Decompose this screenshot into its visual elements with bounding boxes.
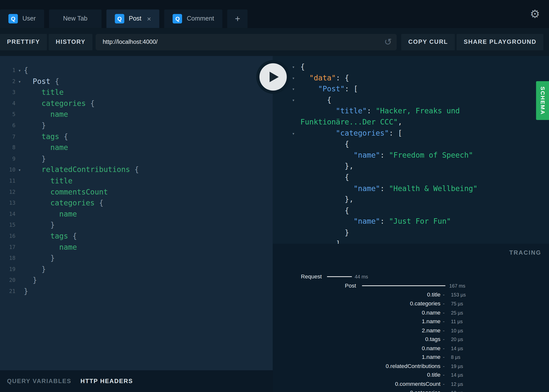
code-text: } [24, 286, 28, 297]
trace-duration: 153 µs [451, 291, 466, 299]
token: }, [301, 162, 354, 171]
tracing-row: 2.name-10 µs [273, 327, 549, 334]
token [24, 132, 41, 141]
token: } [24, 254, 55, 262]
code-line: Funktionäre...Der CCC", [301, 117, 549, 128]
endpoint-url-input[interactable] [103, 38, 384, 45]
token [301, 107, 336, 115]
tracing-row: 0.categories-13 µs [273, 389, 549, 392]
token: name [59, 210, 77, 218]
bottom-bar: QUERY VARIABLES HTTP HEADERS [0, 370, 273, 392]
fold-arrow-icon[interactable]: ▾ [292, 73, 298, 84]
fold-arrow-icon[interactable]: ▾ [292, 95, 298, 106]
code-text: "categories": [ [301, 128, 402, 139]
settings-gear-icon[interactable]: ⚙ [530, 8, 540, 20]
trace-dash: - [443, 389, 445, 392]
fold-arrow-icon[interactable]: ▾ [15, 65, 24, 76]
trace-label: Post [345, 282, 356, 290]
token: { [24, 66, 28, 74]
prettify-button[interactable]: PRETTIFY [0, 34, 47, 50]
trace-duration: 75 µs [451, 300, 463, 307]
code-text: name [24, 142, 68, 153]
code-line: ▾ { [301, 95, 549, 106]
token [301, 129, 336, 137]
tab-post[interactable]: QPost× [106, 9, 159, 28]
token: categories [42, 99, 86, 108]
fold-arrow-icon[interactable]: ▾ [15, 165, 24, 176]
code-line: 21} [0, 286, 273, 297]
token: title [50, 177, 72, 185]
token: { [301, 173, 349, 181]
code-text: tags { [24, 231, 77, 242]
trace-label: 1.name [422, 353, 440, 361]
trace-dash: - [443, 380, 445, 388]
fold-arrow-icon[interactable]: ▾ [292, 62, 298, 73]
code-text: { [301, 139, 349, 150]
token [301, 217, 354, 226]
token: : [ [389, 129, 402, 137]
fold-arrow-icon[interactable]: ▾ [15, 76, 24, 87]
trace-label: 0.categories [410, 389, 440, 392]
trace-duration: 13 µs [451, 389, 463, 392]
token: "name" [354, 151, 380, 159]
tab-comment[interactable]: QComment [164, 9, 222, 28]
fold-arrow-icon [15, 242, 24, 253]
history-button[interactable]: HISTORY [49, 34, 93, 50]
code-line: 4 categories { [0, 98, 273, 109]
execute-query-button[interactable] [256, 60, 290, 94]
token [24, 166, 41, 174]
trace-dash: - [443, 318, 445, 325]
code-line: ▾ "categories": [ [301, 128, 549, 139]
trace-label: 2.name [422, 327, 440, 334]
query-variables-tab[interactable]: QUERY VARIABLES [7, 378, 71, 385]
add-tab-button[interactable]: + [227, 9, 248, 28]
code-text: { [301, 95, 331, 106]
graphql-playground-window: QUserNew TabQPost×QComment + ⚙ PRETTIFY … [0, 0, 549, 392]
schema-tab[interactable]: SCHEMA [536, 81, 549, 120]
code-line: 8 name [0, 142, 273, 153]
token: { [50, 77, 59, 86]
share-playground-button[interactable]: SHARE PLAYGROUND [457, 34, 544, 50]
token: } [24, 265, 46, 273]
token: "name" [354, 217, 380, 226]
token: "Freedom of Speech" [389, 151, 473, 159]
line-number: 18 [0, 253, 15, 264]
http-headers-tab[interactable]: HTTP HEADERS [81, 378, 133, 385]
reload-icon[interactable]: ↺ [384, 37, 392, 47]
schema-tab-label: SCHEMA [539, 86, 546, 115]
code-line: { [301, 172, 549, 183]
token: } [24, 221, 55, 229]
close-icon[interactable]: × [147, 15, 151, 22]
response-viewer: ▾{▾ "data": {▾ "Post": [▾ { "title": "Ha… [273, 56, 549, 244]
token: { [68, 232, 77, 240]
code-text: ], [301, 238, 345, 244]
copy-curl-button[interactable]: COPY CURL [401, 34, 455, 50]
token: { [301, 140, 349, 148]
token: { [301, 96, 331, 104]
tab-user[interactable]: QUser [0, 9, 44, 28]
code-line: }, [301, 161, 549, 172]
fold-arrow-icon [15, 264, 24, 275]
code-text: name [24, 242, 77, 253]
line-number: 16 [0, 231, 15, 242]
code-text: "data": { [301, 73, 349, 84]
trace-label: 0.name [422, 344, 440, 352]
code-text: } [24, 253, 55, 264]
fold-arrow-icon[interactable]: ▾ [292, 128, 298, 139]
line-number: 6 [0, 120, 15, 131]
code-line: 12 commentsCount [0, 187, 273, 198]
line-number: 9 [0, 153, 15, 165]
code-text: }, [301, 194, 354, 205]
trace-duration: 14 µs [451, 344, 463, 352]
tracing-row: Post167 ms [273, 282, 549, 290]
token: name [59, 243, 77, 251]
code-text: { [24, 65, 28, 76]
fold-arrow-icon [15, 175, 24, 187]
code-line: "title": "Hacker, Freaks und [301, 106, 549, 117]
tab-new-tab[interactable]: New Tab [49, 9, 102, 28]
fold-arrow-icon [15, 198, 24, 209]
query-editor[interactable]: 1▾{2▾ Post {3 title4 categories {5 name6… [0, 56, 273, 370]
token: } [24, 154, 46, 163]
fold-arrow-icon[interactable]: ▾ [292, 84, 298, 95]
token: name [50, 110, 68, 119]
